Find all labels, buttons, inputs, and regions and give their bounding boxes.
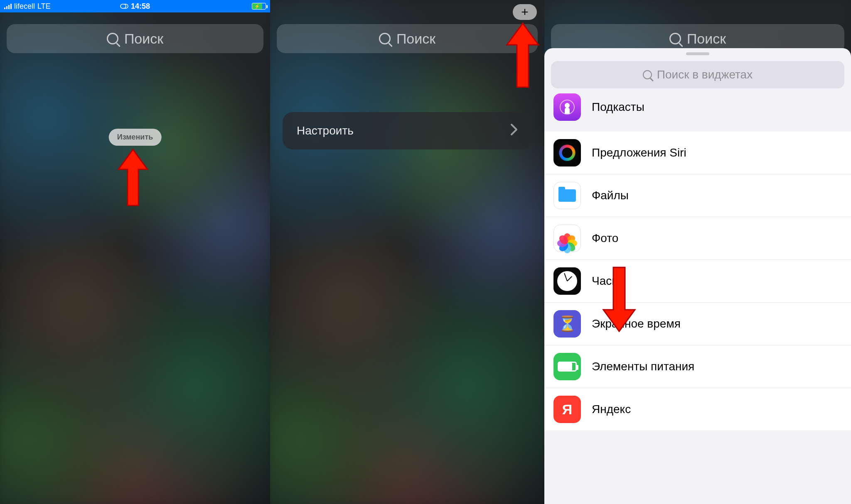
annotation-arrow-up — [112, 145, 154, 208]
plus-icon: + — [521, 5, 529, 19]
screenshot-step-1: lifecell LTE 14:58 ⚡ Поиск Изменить — [0, 0, 270, 504]
add-widget-button[interactable]: + — [513, 4, 537, 20]
battery-icon: ⚡ — [252, 3, 266, 10]
widget-row-files[interactable]: Файлы — [544, 174, 851, 217]
search-field[interactable]: Поиск — [7, 24, 263, 53]
widget-row-clock[interactable]: Часы — [544, 260, 851, 303]
widget-search-placeholder: Поиск в виджетах — [657, 68, 753, 81]
yandex-icon: Я — [553, 396, 581, 423]
widget-row-screentime[interactable]: ⏳ Экранное время — [544, 303, 851, 345]
configure-widget-card[interactable]: Настроить — [283, 112, 532, 149]
configure-label: Настроить — [297, 124, 354, 137]
clock-icon — [553, 267, 581, 295]
batteries-icon — [553, 353, 581, 380]
widget-row-yandex[interactable]: Я Яндекс — [544, 388, 851, 431]
photos-icon — [553, 225, 581, 252]
annotation-arrow-down — [598, 264, 640, 335]
widget-list: Подкасты Предложения Siri Файлы — [544, 92, 851, 431]
search-icon — [107, 33, 118, 44]
widget-label: Элементы питания — [592, 360, 694, 373]
widget-row-batteries[interactable]: Элементы питания — [544, 345, 851, 388]
status-bar: lifecell LTE 14:58 ⚡ — [0, 0, 270, 12]
annotation-arrow-up — [502, 20, 544, 91]
status-time: 14:58 — [131, 2, 150, 11]
chevron-right-icon — [510, 123, 518, 139]
edit-button[interactable]: Изменить — [109, 129, 162, 146]
widget-label: Подкасты — [592, 100, 644, 114]
search-icon — [379, 33, 391, 44]
files-icon — [553, 182, 581, 209]
carrier-label: lifecell — [14, 2, 35, 11]
widget-label: Фото — [592, 232, 618, 245]
widget-label: Яндекс — [592, 403, 631, 416]
siri-icon — [553, 139, 581, 166]
search-placeholder: Поиск — [687, 31, 726, 47]
screenshot-step-3: Поиск Поиск в виджетах Подкасты Предложе… — [544, 0, 851, 504]
search-icon — [643, 70, 652, 79]
widget-row-siri[interactable]: Предложения Siri — [544, 132, 851, 174]
hourglass-icon: ⏳ — [558, 315, 577, 333]
search-placeholder: Поиск — [396, 31, 435, 47]
widget-label: Предложения Siri — [592, 146, 686, 159]
screenshot-step-2: + Поиск Настроить — [270, 0, 544, 504]
link-icon — [120, 4, 128, 9]
widget-row-photos[interactable]: Фото — [544, 217, 851, 260]
svg-point-0 — [565, 103, 570, 108]
widget-search-field[interactable]: Поиск в виджетах — [551, 61, 844, 88]
network-label: LTE — [37, 2, 51, 11]
screentime-icon: ⏳ — [553, 310, 581, 338]
widget-label: Файлы — [592, 189, 629, 202]
widget-row-podcasts[interactable]: Подкасты — [544, 92, 851, 132]
search-placeholder: Поиск — [124, 31, 163, 47]
podcasts-icon — [553, 93, 581, 121]
search-field[interactable]: Поиск — [277, 24, 538, 53]
blurred-background — [0, 0, 270, 504]
signal-icon — [4, 3, 12, 9]
sheet-grabber[interactable] — [686, 52, 709, 55]
search-icon — [669, 33, 681, 44]
widget-picker-sheet: Поиск в виджетах Подкасты Предложения Si… — [544, 48, 851, 504]
